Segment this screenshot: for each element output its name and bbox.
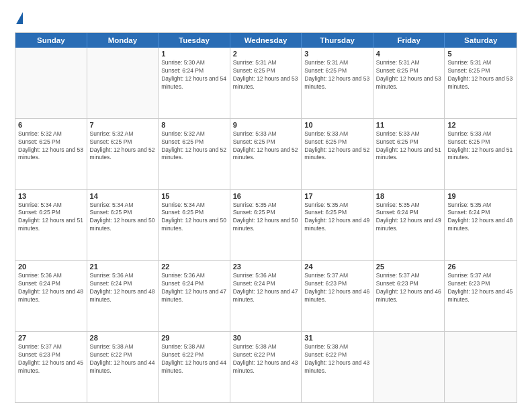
- day-number: 30: [233, 334, 299, 342]
- calendar-cell: 12Sunrise: 5:33 AM Sunset: 6:25 PM Dayli…: [445, 119, 517, 189]
- logo: [15, 12, 23, 26]
- day-number: 29: [161, 334, 227, 342]
- calendar-cell: 18Sunrise: 5:35 AM Sunset: 6:24 PM Dayli…: [373, 190, 445, 261]
- calendar-cell: 23Sunrise: 5:36 AM Sunset: 6:24 PM Dayli…: [230, 261, 302, 331]
- day-number: 22: [161, 263, 227, 271]
- day-number: 18: [376, 192, 442, 200]
- day-number: 27: [18, 334, 84, 342]
- cell-info: Sunrise: 5:33 AM Sunset: 6:25 PM Dayligh…: [447, 130, 514, 163]
- cell-info: Sunrise: 5:35 AM Sunset: 6:25 PM Dayligh…: [233, 201, 299, 234]
- cell-info: Sunrise: 5:36 AM Sunset: 6:24 PM Dayligh…: [233, 272, 299, 304]
- day-number: 6: [18, 121, 84, 129]
- calendar-cell: [373, 332, 445, 402]
- day-number: 19: [447, 192, 514, 200]
- calendar-cell: 22Sunrise: 5:36 AM Sunset: 6:24 PM Dayli…: [159, 261, 230, 331]
- cell-info: Sunrise: 5:37 AM Sunset: 6:23 PM Dayligh…: [376, 272, 442, 304]
- calendar-cell: 31Sunrise: 5:38 AM Sunset: 6:22 PM Dayli…: [302, 332, 373, 402]
- calendar-cell: 5Sunrise: 5:31 AM Sunset: 6:25 PM Daylig…: [445, 48, 517, 118]
- cell-info: Sunrise: 5:36 AM Sunset: 6:24 PM Dayligh…: [90, 272, 156, 304]
- day-number: 9: [233, 121, 299, 129]
- cell-info: Sunrise: 5:32 AM Sunset: 6:25 PM Dayligh…: [90, 130, 156, 163]
- calendar-cell: 3Sunrise: 5:31 AM Sunset: 6:25 PM Daylig…: [302, 48, 373, 118]
- day-number: 13: [18, 192, 84, 200]
- calendar-cell: 4Sunrise: 5:31 AM Sunset: 6:25 PM Daylig…: [373, 48, 445, 118]
- calendar-cell: 6Sunrise: 5:32 AM Sunset: 6:25 PM Daylig…: [15, 119, 87, 189]
- calendar-cell: 2Sunrise: 5:31 AM Sunset: 6:25 PM Daylig…: [230, 48, 302, 118]
- calendar-cell: 25Sunrise: 5:37 AM Sunset: 6:23 PM Dayli…: [373, 261, 445, 331]
- cell-info: Sunrise: 5:31 AM Sunset: 6:25 PM Dayligh…: [376, 59, 442, 91]
- day-number: 23: [233, 263, 299, 271]
- day-number: 12: [447, 121, 514, 129]
- cell-info: Sunrise: 5:38 AM Sunset: 6:22 PM Dayligh…: [304, 343, 370, 375]
- cell-info: Sunrise: 5:31 AM Sunset: 6:25 PM Dayligh…: [304, 59, 370, 91]
- cell-info: Sunrise: 5:34 AM Sunset: 6:25 PM Dayligh…: [90, 201, 156, 234]
- day-number: 5: [447, 50, 514, 58]
- calendar-cell: 19Sunrise: 5:35 AM Sunset: 6:24 PM Dayli…: [445, 190, 517, 261]
- calendar-week-2: 6Sunrise: 5:32 AM Sunset: 6:25 PM Daylig…: [15, 119, 517, 190]
- calendar-cell: [445, 332, 517, 402]
- calendar-cell: 15Sunrise: 5:34 AM Sunset: 6:25 PM Dayli…: [159, 190, 230, 261]
- cell-info: Sunrise: 5:37 AM Sunset: 6:23 PM Dayligh…: [447, 272, 514, 304]
- calendar-week-4: 20Sunrise: 5:36 AM Sunset: 6:24 PM Dayli…: [15, 261, 517, 332]
- cell-info: Sunrise: 5:38 AM Sunset: 6:22 PM Dayligh…: [233, 343, 299, 375]
- cell-info: Sunrise: 5:31 AM Sunset: 6:25 PM Dayligh…: [233, 59, 299, 91]
- calendar-week-1: 1Sunrise: 5:30 AM Sunset: 6:24 PM Daylig…: [15, 48, 517, 119]
- calendar-cell: 1Sunrise: 5:30 AM Sunset: 6:24 PM Daylig…: [159, 48, 230, 118]
- calendar-cell: 27Sunrise: 5:37 AM Sunset: 6:23 PM Dayli…: [15, 332, 87, 402]
- page: SundayMondayTuesdayWednesdayThursdayFrid…: [0, 0, 532, 411]
- day-number: 3: [304, 50, 370, 58]
- cell-info: Sunrise: 5:33 AM Sunset: 6:25 PM Dayligh…: [304, 130, 370, 163]
- calendar-cell: 30Sunrise: 5:38 AM Sunset: 6:22 PM Dayli…: [230, 332, 302, 402]
- day-of-week-friday: Friday: [373, 33, 445, 48]
- day-of-week-monday: Monday: [87, 33, 159, 48]
- day-of-week-wednesday: Wednesday: [230, 33, 302, 48]
- logo-triangle-icon: [16, 12, 23, 24]
- cell-info: Sunrise: 5:37 AM Sunset: 6:23 PM Dayligh…: [18, 343, 84, 375]
- calendar-cell: [15, 48, 87, 118]
- calendar-cell: 11Sunrise: 5:33 AM Sunset: 6:25 PM Dayli…: [373, 119, 445, 189]
- cell-info: Sunrise: 5:35 AM Sunset: 6:24 PM Dayligh…: [447, 201, 514, 234]
- cell-info: Sunrise: 5:33 AM Sunset: 6:25 PM Dayligh…: [376, 130, 442, 163]
- calendar-week-5: 27Sunrise: 5:37 AM Sunset: 6:23 PM Dayli…: [15, 332, 517, 402]
- cell-info: Sunrise: 5:30 AM Sunset: 6:24 PM Dayligh…: [161, 59, 227, 91]
- calendar-cell: [87, 48, 159, 118]
- cell-info: Sunrise: 5:34 AM Sunset: 6:25 PM Dayligh…: [161, 201, 227, 234]
- day-number: 2: [233, 50, 299, 58]
- calendar-cell: 21Sunrise: 5:36 AM Sunset: 6:24 PM Dayli…: [87, 261, 159, 331]
- calendar-body: 1Sunrise: 5:30 AM Sunset: 6:24 PM Daylig…: [15, 48, 517, 402]
- day-number: 26: [447, 263, 514, 271]
- cell-info: Sunrise: 5:38 AM Sunset: 6:22 PM Dayligh…: [161, 343, 227, 375]
- day-number: 17: [304, 192, 370, 200]
- day-number: 28: [90, 334, 156, 342]
- cell-info: Sunrise: 5:37 AM Sunset: 6:23 PM Dayligh…: [304, 272, 370, 304]
- cell-info: Sunrise: 5:32 AM Sunset: 6:25 PM Dayligh…: [161, 130, 227, 163]
- day-number: 31: [304, 334, 370, 342]
- cell-info: Sunrise: 5:34 AM Sunset: 6:25 PM Dayligh…: [18, 201, 84, 234]
- calendar-cell: 16Sunrise: 5:35 AM Sunset: 6:25 PM Dayli…: [230, 190, 302, 261]
- calendar-cell: 9Sunrise: 5:33 AM Sunset: 6:25 PM Daylig…: [230, 119, 302, 189]
- day-number: 11: [376, 121, 442, 129]
- calendar-week-3: 13Sunrise: 5:34 AM Sunset: 6:25 PM Dayli…: [15, 190, 517, 261]
- day-number: 10: [304, 121, 370, 129]
- header: [15, 12, 517, 26]
- day-of-week-tuesday: Tuesday: [159, 33, 230, 48]
- calendar-cell: 26Sunrise: 5:37 AM Sunset: 6:23 PM Dayli…: [445, 261, 517, 331]
- day-of-week-thursday: Thursday: [302, 33, 373, 48]
- calendar-cell: 20Sunrise: 5:36 AM Sunset: 6:24 PM Dayli…: [15, 261, 87, 331]
- day-of-week-sunday: Sunday: [15, 33, 87, 48]
- cell-info: Sunrise: 5:33 AM Sunset: 6:25 PM Dayligh…: [233, 130, 299, 163]
- day-number: 21: [90, 263, 156, 271]
- calendar-cell: 17Sunrise: 5:35 AM Sunset: 6:25 PM Dayli…: [302, 190, 373, 261]
- day-number: 8: [161, 121, 227, 129]
- day-number: 15: [161, 192, 227, 200]
- cell-info: Sunrise: 5:36 AM Sunset: 6:24 PM Dayligh…: [161, 272, 227, 304]
- day-number: 16: [233, 192, 299, 200]
- calendar-cell: 13Sunrise: 5:34 AM Sunset: 6:25 PM Dayli…: [15, 190, 87, 261]
- cell-info: Sunrise: 5:31 AM Sunset: 6:25 PM Dayligh…: [447, 59, 514, 91]
- day-number: 20: [18, 263, 84, 271]
- calendar-cell: 29Sunrise: 5:38 AM Sunset: 6:22 PM Dayli…: [159, 332, 230, 402]
- cell-info: Sunrise: 5:32 AM Sunset: 6:25 PM Dayligh…: [18, 130, 84, 163]
- calendar-cell: 8Sunrise: 5:32 AM Sunset: 6:25 PM Daylig…: [159, 119, 230, 189]
- day-number: 4: [376, 50, 442, 58]
- day-of-week-saturday: Saturday: [445, 33, 517, 48]
